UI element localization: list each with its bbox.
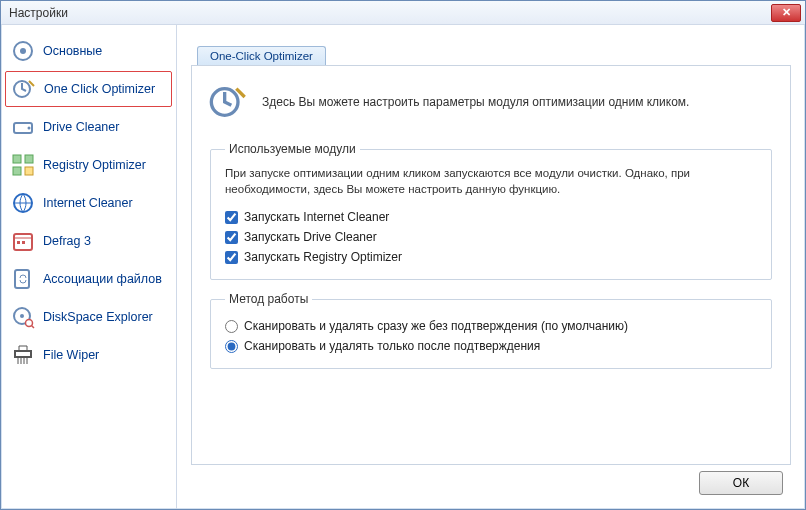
module-checkbox[interactable] xyxy=(225,251,238,264)
drive-icon xyxy=(11,115,35,139)
window-body: ОсновныеOne Click OptimizerDrive Cleaner… xyxy=(1,25,805,509)
module-option[interactable]: Запускать Drive Cleaner xyxy=(225,227,757,247)
disk-search-icon xyxy=(11,305,35,329)
tab-panel: Здесь Вы можете настроить параметры моду… xyxy=(191,65,791,465)
method-radio[interactable] xyxy=(225,320,238,333)
method-option-label: Сканировать и удалять сразу же без подтв… xyxy=(244,319,628,333)
sidebar-item-internet-cleaner[interactable]: Internet Cleaner xyxy=(5,185,172,221)
sidebar-item-one-click-optimizer[interactable]: One Click Optimizer xyxy=(5,71,172,107)
modules-hint: При запуске оптимизации одним кликом зап… xyxy=(225,166,757,197)
svg-point-17 xyxy=(26,320,33,327)
method-option[interactable]: Сканировать и удалять сразу же без подтв… xyxy=(225,316,757,336)
module-option-label: Запускать Registry Optimizer xyxy=(244,250,402,264)
svg-point-16 xyxy=(20,314,24,318)
globe-icon xyxy=(11,191,35,215)
method-radio[interactable] xyxy=(225,340,238,353)
sidebar-item-defrag-3[interactable]: Defrag 3 xyxy=(5,223,172,259)
method-group: Метод работы Сканировать и удалять сразу… xyxy=(210,292,772,369)
module-option[interactable]: Запускать Registry Optimizer xyxy=(225,247,757,267)
svg-rect-14 xyxy=(15,270,29,288)
ok-button-label: ОК xyxy=(733,476,749,490)
sidebar-item-label: File Wiper xyxy=(43,348,99,362)
tab-one-click-optimizer[interactable]: One-Click Optimizer xyxy=(197,46,326,65)
svg-rect-13 xyxy=(22,241,25,244)
sidebar-item-diskspace-explorer[interactable]: DiskSpace Explorer xyxy=(5,299,172,335)
svg-rect-5 xyxy=(13,155,21,163)
sidebar-item-label: DiskSpace Explorer xyxy=(43,310,153,324)
modules-legend: Используемые модули xyxy=(225,142,360,156)
sidebar-item-file-wiper[interactable]: File Wiper xyxy=(5,337,172,373)
cursor-wand-icon xyxy=(12,77,36,101)
module-checkbox[interactable] xyxy=(225,211,238,224)
close-button[interactable]: ✕ xyxy=(771,4,801,22)
method-option-label: Сканировать и удалять только после подтв… xyxy=(244,339,540,353)
sidebar-item-label: Основные xyxy=(43,44,102,58)
method-legend: Метод работы xyxy=(225,292,312,306)
svg-rect-6 xyxy=(25,155,33,163)
svg-point-4 xyxy=(28,127,31,130)
svg-rect-12 xyxy=(17,241,20,244)
footer: ОК xyxy=(191,465,791,501)
calendar-icon xyxy=(11,229,35,253)
sidebar-item-label: Registry Optimizer xyxy=(43,158,146,172)
tab-label: One-Click Optimizer xyxy=(210,50,313,62)
intro-row: Здесь Вы можете настроить параметры моду… xyxy=(208,78,774,130)
sidebar-item-label: Ассоциации файлов xyxy=(43,272,162,286)
svg-rect-8 xyxy=(25,167,33,175)
sidebar-item-[interactable]: Основные xyxy=(5,33,172,69)
intro-text: Здесь Вы можете настроить параметры моду… xyxy=(262,95,689,109)
sidebar: ОсновныеOne Click OptimizerDrive Cleaner… xyxy=(1,25,177,509)
svg-rect-7 xyxy=(13,167,21,175)
sidebar-item-label: Drive Cleaner xyxy=(43,120,119,134)
sidebar-item-label: Internet Cleaner xyxy=(43,196,133,210)
settings-window: Настройки ✕ ОсновныеOne Click OptimizerD… xyxy=(0,0,806,510)
sidebar-item-registry-optimizer[interactable]: Registry Optimizer xyxy=(5,147,172,183)
shredder-icon xyxy=(11,343,35,367)
svg-line-18 xyxy=(32,326,35,329)
link-icon xyxy=(11,267,35,291)
svg-point-1 xyxy=(20,48,26,54)
module-option[interactable]: Запускать Internet Cleaner xyxy=(225,207,757,227)
module-checkbox[interactable] xyxy=(225,231,238,244)
close-icon: ✕ xyxy=(782,6,791,19)
window-title: Настройки xyxy=(9,6,68,20)
modules-group: Используемые модули При запуске оптимиза… xyxy=(210,142,772,280)
tabstrip: One-Click Optimizer xyxy=(197,43,791,65)
settings-icon xyxy=(11,39,35,63)
ok-button[interactable]: ОК xyxy=(699,471,783,495)
cursor-wand-icon xyxy=(208,82,248,122)
sidebar-item-label: One Click Optimizer xyxy=(44,82,155,96)
module-option-label: Запускать Drive Cleaner xyxy=(244,230,377,244)
svg-rect-19 xyxy=(15,351,31,357)
registry-icon xyxy=(11,153,35,177)
module-option-label: Запускать Internet Cleaner xyxy=(244,210,389,224)
titlebar: Настройки ✕ xyxy=(1,1,805,25)
sidebar-item-label: Defrag 3 xyxy=(43,234,91,248)
sidebar-item-drive-cleaner[interactable]: Drive Cleaner xyxy=(5,109,172,145)
sidebar-item-[interactable]: Ассоциации файлов xyxy=(5,261,172,297)
content-area: One-Click Optimizer Здесь Вы можете наст… xyxy=(177,25,805,509)
method-option[interactable]: Сканировать и удалять только после подтв… xyxy=(225,336,757,356)
